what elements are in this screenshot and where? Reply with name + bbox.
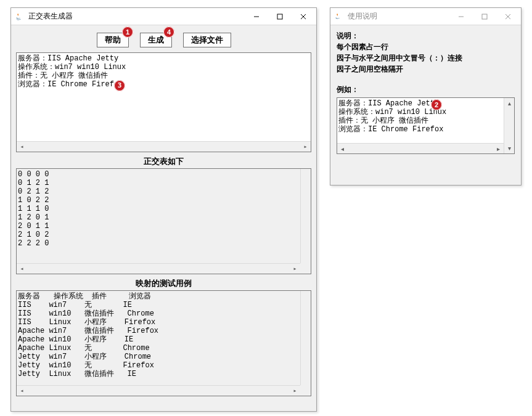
scroll-left-icon[interactable]: ◂ [17,142,27,152]
badge-2: 2 [431,99,442,110]
help-desc-line2: 因子与水平之间用中文冒号（：）连接 [337,53,515,63]
scroll-track[interactable] [27,264,290,274]
help-desc-line1: 每个因素占一行 [337,42,515,52]
input-textarea[interactable]: 服务器：IIS Apache Jetty 操作系统：win7 win10 Lin… [16,52,311,152]
scroll-left-icon[interactable]: ◂ [337,144,348,154]
main-title: 正交表生成器 [28,11,245,22]
minimize-button[interactable] [449,9,473,24]
scroll-right-icon[interactable]: ▸ [290,264,300,274]
orthogonal-v-scrollbar[interactable] [300,169,311,263]
close-button[interactable] [292,9,315,24]
help-h-scrollbar[interactable]: ◂ ▸ [337,143,504,153]
input-h-scrollbar[interactable]: ◂ ▸ [17,141,311,152]
help-window-controls [449,9,520,24]
help-v-scrollbar[interactable]: ▴ ▾ [504,98,514,153]
java-icon [334,12,344,22]
close-button[interactable] [496,9,520,24]
scroll-up-icon[interactable]: ▴ [504,98,515,108]
maximize-button[interactable] [268,9,292,24]
svg-rect-5 [482,14,487,19]
scroll-left-icon[interactable]: ◂ [17,264,27,274]
scroll-right-icon[interactable]: ▸ [290,386,300,396]
testcases-textarea[interactable]: 服务器 操作系统 插件 浏览器 IIS win7 无 IE IIS win10 … [16,290,311,396]
minimize-button[interactable] [245,9,268,24]
scroll-track[interactable] [27,386,290,396]
help-window: 使用说明 说明： 每个因素占一行 因子与水平之间用中文冒号（：）连接 因子之间用… [330,7,522,186]
scroll-right-icon[interactable]: ▸ [300,142,311,152]
maximize-button[interactable] [473,9,496,24]
section-orthogonal-label: 正交表如下 [16,152,311,168]
orthogonal-text: 0 0 0 0 0 1 2 1 0 2 1 2 1 0 2 2 1 1 1 0 … [18,170,309,248]
choose-file-button[interactable]: 选择文件 [183,33,231,47]
help-desc-line3: 因子之间用空格隔开 [337,64,515,75]
main-window: 正交表生成器 1 4 帮助 生成 选择文件 服务器：IIS Apache Jet… [10,7,317,412]
orthogonal-textarea[interactable]: 0 0 0 0 0 1 2 1 0 2 1 2 1 0 2 2 1 1 1 0 … [16,168,311,274]
help-titlebar[interactable]: 使用说明 [330,8,521,25]
input-text[interactable]: 服务器：IIS Apache Jetty 操作系统：win7 win10 Lin… [18,54,309,89]
scroll-right-icon[interactable]: ▸ [493,144,504,154]
help-title: 使用说明 [348,11,449,22]
scroll-track[interactable] [27,142,300,152]
window-controls [245,9,315,24]
java-icon [15,12,25,22]
section-testcases-label: 映射的测试用例 [16,274,311,290]
help-example-label: 例如： [337,84,515,95]
help-desc-label: 说明： [337,31,515,41]
testcases-text: 服务器 操作系统 插件 浏览器 IIS win7 无 IE IIS win10 … [18,292,309,378]
scroll-down-icon[interactable]: ▾ [504,143,515,153]
scroll-track[interactable] [348,144,493,154]
help-example-textarea[interactable]: 服务器：IIS Apache Jetty 操作系统：win7 win10 Lin… [337,97,515,154]
main-titlebar[interactable]: 正交表生成器 [11,8,316,25]
toolbar: 1 4 帮助 生成 选择文件 [11,25,316,52]
help-body: 说明： 每个因素占一行 因子与水平之间用中文冒号（：）连接 因子之间用空格隔开 … [330,25,521,160]
scroll-left-icon[interactable]: ◂ [17,386,27,396]
orthogonal-h-scrollbar[interactable]: ◂ ▸ [17,263,300,274]
badge-4: 4 [163,27,174,38]
testcases-v-scrollbar[interactable] [300,291,311,385]
badge-3: 3 [114,80,125,91]
testcases-h-scrollbar[interactable]: ◂ ▸ [17,385,300,396]
help-example-text: 服务器：IIS Apache Jetty 操作系统：win7 win10 Lin… [337,98,514,135]
badge-1: 1 [122,27,133,38]
svg-rect-1 [277,14,282,19]
